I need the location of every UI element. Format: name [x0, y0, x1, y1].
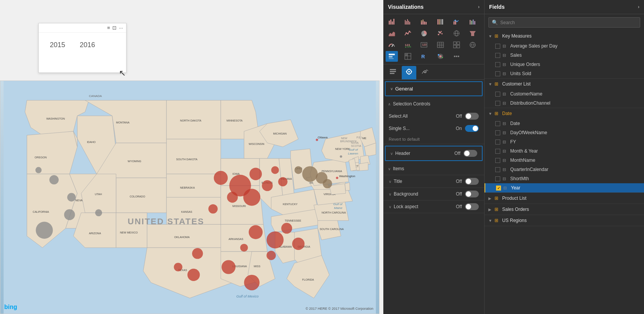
viz-icon-r[interactable]: R [418, 51, 430, 62]
field-avg-sales[interactable]: ⊟ Average Sales per Day [485, 41, 644, 51]
tab-analytics[interactable] [418, 66, 432, 79]
field-fy[interactable]: ⊟ FY [485, 137, 644, 146]
svg-text:FLORIDA: FLORIDA [302, 278, 314, 281]
field-group-product-list-header[interactable]: ▶ ⊞ Product List [485, 193, 644, 204]
viz-icon-line[interactable] [402, 28, 414, 39]
day-of-week-icon: ⊟ [503, 130, 508, 135]
viz-icon-area[interactable] [386, 28, 398, 39]
viz-icon-custom-map[interactable] [434, 51, 447, 62]
lock-aspect-knob [466, 204, 471, 209]
field-short-mth[interactable]: ⊟ ShortMth [485, 174, 644, 183]
field-customer-name[interactable]: ⊟ CustomerName [485, 89, 644, 99]
date-chevron: ▼ [488, 112, 492, 116]
svg-marker-25 [166, 139, 221, 174]
items-header[interactable]: ∨ Items [383, 163, 484, 175]
viz-icon-more[interactable] [450, 51, 463, 62]
svg-rect-159 [471, 21, 472, 25]
field-date[interactable]: ⊟ Date [485, 119, 644, 128]
svg-marker-174 [470, 31, 476, 36]
selection-controls-header[interactable]: ∧ Selection Controls [383, 98, 484, 110]
svg-rect-147 [421, 20, 422, 22]
visualizations-panel: Visualizations › [383, 0, 485, 314]
slicer-widget: ≡ ⊡ ··· 2015 2016 [38, 23, 127, 73]
slicer-list-icon[interactable]: ≡ [107, 25, 110, 31]
field-month-name[interactable]: ⊟ MonthName [485, 156, 644, 165]
field-unique-orders[interactable]: ⊟ Unique Orders [485, 60, 644, 69]
svg-text:▲ 12%: ▲ 12% [405, 46, 411, 48]
year-2015[interactable]: 2015 [48, 40, 67, 50]
header-toggle[interactable] [463, 150, 477, 157]
slicer-expand-icon[interactable]: ⊡ [112, 25, 117, 31]
viz-icon-100stacked[interactable] [434, 16, 447, 27]
viz-icon-map[interactable] [450, 28, 463, 39]
viz-icons-grid: 123▲ 12% 123 R [383, 14, 484, 64]
svg-point-91 [336, 177, 338, 179]
us-regions-icon: ⊞ [495, 218, 500, 223]
svg-point-113 [214, 171, 228, 185]
svg-point-116 [227, 192, 238, 202]
svg-rect-151 [426, 22, 427, 25]
general-section-header[interactable]: ∨ General [385, 81, 483, 96]
field-group-customer-list-header[interactable]: ▼ ⊞ Customer List [485, 79, 644, 89]
field-distribution-channel[interactable]: ⊟ DistributionChannel [485, 99, 644, 108]
svg-text:TENNESSEE: TENNESSEE [285, 219, 301, 222]
viz-icon-bar[interactable] [386, 16, 398, 27]
viz-icon-clustered-bar[interactable] [402, 16, 414, 27]
viz-icon-line-bar[interactable] [450, 16, 463, 27]
svg-point-120 [271, 166, 279, 174]
lock-aspect-label: Lock aspect [394, 204, 418, 209]
tab-format[interactable] [402, 66, 416, 79]
background-toggle[interactable] [465, 191, 479, 197]
field-group-us-regions-header[interactable]: ▼ ⊞ US Regions [485, 215, 644, 226]
viz-icon-stacked-bar[interactable] [418, 16, 430, 27]
header-section[interactable]: ∨ Header Off [385, 146, 483, 161]
us-regions-chevron: ▼ [488, 219, 492, 223]
tab-fields[interactable] [386, 66, 400, 79]
format-tabs [383, 64, 484, 80]
single-select-toggle[interactable] [465, 125, 479, 132]
svg-text:123: 123 [422, 43, 427, 46]
field-quarter[interactable]: ⊟ QuarterInCalendar [485, 165, 644, 174]
select-all-toggle[interactable] [465, 113, 479, 120]
title-toggle[interactable] [465, 178, 479, 185]
slicer-more-icon[interactable]: ··· [119, 25, 123, 31]
search-input[interactable] [500, 20, 637, 25]
svg-text:SOUTH CAROLINA: SOUTH CAROLINA [320, 228, 344, 231]
viz-icon-card[interactable]: 123 [418, 39, 430, 50]
revert-default[interactable]: Revert to default [383, 135, 484, 144]
viz-icon-table[interactable] [434, 39, 447, 50]
viz-icon-scatter[interactable] [434, 28, 447, 39]
viz-icon-ribbon[interactable] [467, 16, 479, 27]
quarter-icon: ⊟ [503, 167, 508, 172]
svg-point-135 [174, 263, 182, 271]
units-sold-icon: ⊟ [503, 71, 508, 76]
year-2016[interactable]: 2016 [78, 40, 97, 50]
viz-icon-funnel[interactable] [467, 28, 479, 39]
viz-icon-globe[interactable] [467, 39, 479, 50]
field-units-sold[interactable]: ⊟ Units Sold [485, 69, 644, 78]
lock-aspect-toggle[interactable] [465, 203, 479, 210]
viz-icon-pivot-table[interactable] [402, 51, 414, 62]
viz-icon-matrix[interactable] [450, 39, 463, 50]
field-group-sales-orders-header[interactable]: ▶ ⊞ Sales Orders [485, 204, 644, 215]
svg-text:NEBRASKA: NEBRASKA [180, 186, 195, 189]
field-sales[interactable]: ⊟ Sales [485, 51, 644, 60]
fy-checkbox [495, 140, 500, 145]
fields-panel-arrow[interactable]: › [638, 4, 639, 10]
field-month-year[interactable]: ⊟ Month & Year [485, 146, 644, 156]
viz-icon-gauge[interactable] [386, 39, 398, 50]
customer-list-chevron: ▼ [488, 82, 492, 86]
date-checkbox [495, 121, 500, 126]
viz-icon-kpi[interactable]: 123▲ 12% [402, 39, 414, 50]
viz-panel-arrow[interactable]: › [478, 4, 480, 10]
viz-icon-pie[interactable] [418, 28, 430, 39]
single-select-knob [473, 126, 478, 131]
field-group-key-measures-header[interactable]: ▼ ⊞ Key Measures [485, 31, 644, 41]
key-measures-chevron: ▼ [488, 34, 492, 38]
field-group-date-header[interactable]: ▼ ⊞ Date [485, 108, 644, 119]
svg-rect-146 [421, 22, 422, 25]
svg-text:MISS: MISS [254, 265, 261, 268]
field-day-of-week[interactable]: ⊟ DayOfWeekName [485, 128, 644, 137]
viz-icon-slicer[interactable] [386, 51, 398, 62]
field-year[interactable]: ✓ ⊟ Year [485, 183, 644, 192]
